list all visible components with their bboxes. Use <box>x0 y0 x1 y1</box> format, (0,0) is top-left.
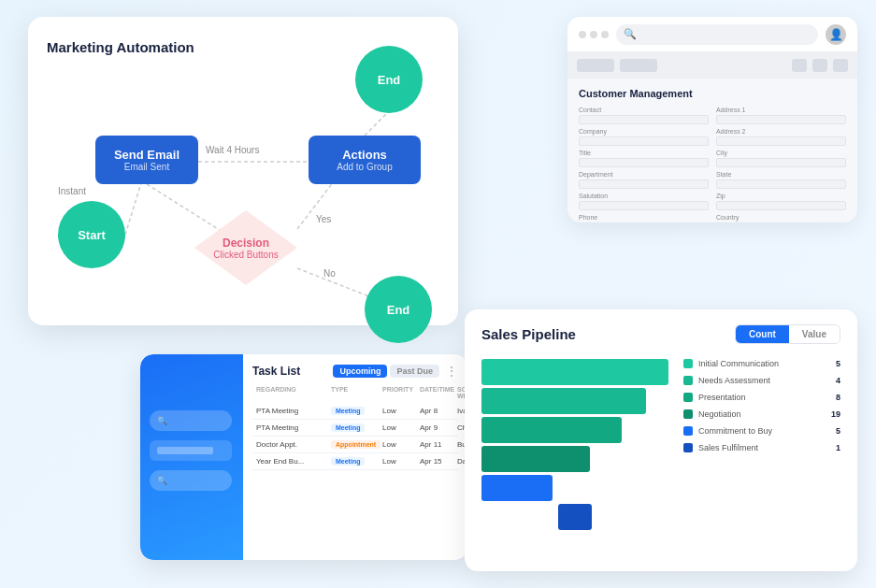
cell-type: Meeting <box>331 423 382 432</box>
sidebar-item-1[interactable] <box>150 440 232 461</box>
cell-type: Appointment <box>331 440 382 449</box>
cell-priority: Low <box>382 407 420 415</box>
tasks-menu-icon[interactable]: ⋮ <box>445 364 458 379</box>
cell-priority: Low <box>382 457 420 466</box>
tab-upcoming[interactable]: Upcoming <box>333 365 387 378</box>
crm-label-state: State <box>716 171 846 178</box>
legend-dot-5 <box>683 426 693 436</box>
funnel-chart <box>481 355 668 552</box>
funnel-bar-2 <box>481 388 646 414</box>
crm-label-phone: Phone <box>579 214 709 221</box>
funnel-bar-6 <box>558 504 592 530</box>
tasks-title: Task List <box>252 365 300 378</box>
sidebar-item-bar <box>157 447 213 454</box>
search-icon: 🔍 <box>624 28 637 40</box>
crm-input-address2[interactable] <box>716 136 846 146</box>
crm-input-title[interactable] <box>579 158 709 167</box>
crm-field-salutation: Salutation <box>579 193 709 210</box>
toolbar-btn-sm-1 <box>792 59 807 72</box>
tasks-table-header: REGARDING TYPE PRIORITY DATE/TIME SCHEDU… <box>252 384 458 401</box>
crm-input-state[interactable] <box>716 179 846 189</box>
crm-label-address2: Address 2 <box>716 128 846 135</box>
browser-search-bar[interactable]: 🔍 <box>616 24 818 45</box>
tab-pastdue[interactable]: Past Due <box>390 365 439 378</box>
crm-label-zip: Zip <box>716 193 846 199</box>
legend-dot-6 <box>683 443 693 452</box>
crm-label-address1: Address 1 <box>716 107 846 113</box>
actions-node[interactable]: Actions Add to Group <box>309 136 421 184</box>
tab-count[interactable]: Count <box>736 325 789 343</box>
pipeline-card: Sales Pipeline Count Value Initial Commu… <box>465 309 857 571</box>
tasks-card: 🔍 🔍 Task List Upcoming Past Due ⋮ <box>140 354 467 560</box>
crm-field-address1: Address 1 <box>716 107 846 124</box>
crm-input-dept[interactable] <box>579 179 709 189</box>
crm-input-salutation[interactable] <box>579 201 709 210</box>
table-row: PTA Meeting Meeting Low Apr 8 Ivan A. Sh… <box>252 403 458 420</box>
sidebar-search-2[interactable]: 🔍 <box>150 470 232 491</box>
legend-label-6: Sales Fulfilment <box>698 443 830 452</box>
toolbar-btn-2 <box>620 59 657 72</box>
cell-date: Apr 15 <box>420 457 457 466</box>
crm-field-state: State <box>716 171 846 189</box>
main-container: Marketing Automation Start <box>0 0 876 588</box>
crm-input-company[interactable] <box>579 136 709 146</box>
legend-value-1: 5 <box>836 359 840 368</box>
browser-dots <box>579 31 609 38</box>
send-email-node[interactable]: Send Email Email Sent <box>95 136 198 184</box>
cell-date: Apr 11 <box>420 440 457 449</box>
cell-regarding: PTA Meeting <box>256 407 331 415</box>
cell-priority: Low <box>382 440 420 449</box>
cell-regarding: PTA Meeting <box>256 423 331 432</box>
crm-label-dept: Department <box>579 171 709 178</box>
crm-field-dept: Department <box>579 171 709 189</box>
crm-field-address2: Address 2 <box>716 128 846 146</box>
crm-field-city: City <box>716 150 846 167</box>
funnel-bar-5 <box>481 475 553 501</box>
cell-type: Meeting <box>331 457 382 466</box>
table-row: Doctor Appt. Appointment Low Apr 11 Buck… <box>252 437 458 453</box>
start-node: Start <box>58 201 125 268</box>
col-type: TYPE <box>331 386 382 399</box>
legend-label-1: Initial Communication <box>698 359 830 368</box>
legend-label-5: Commitment to Buy <box>698 426 830 436</box>
cell-regarding: Doctor Appt. <box>256 440 331 449</box>
legend-value-6: 1 <box>836 443 840 452</box>
crm-field-zip: Zip <box>716 193 846 210</box>
crm-label-title: Title <box>579 150 709 156</box>
decision-node[interactable]: Decision Clicked Buttons <box>194 210 297 285</box>
pipeline-title: Sales Pipeline <box>481 326 576 342</box>
cell-date: Apr 8 <box>420 407 457 415</box>
legend-value-5: 5 <box>836 426 840 436</box>
automation-card: Marketing Automation Start <box>28 17 458 325</box>
crm-title: Customer Management <box>579 88 846 99</box>
crm-input-contact[interactable] <box>579 115 709 124</box>
pipeline-tabs: Count Value <box>735 324 840 344</box>
funnel-bar-3 <box>481 417 622 443</box>
pipeline-header: Sales Pipeline Count Value <box>481 324 840 344</box>
crm-input-city[interactable] <box>716 158 846 167</box>
dot-2 <box>590 31 597 38</box>
crm-field-contact: Contact <box>579 107 709 124</box>
flow-area: Start End End Send Email Email Sent Acti… <box>47 72 439 324</box>
col-datetime: DATE/TIME <box>420 386 457 399</box>
sidebar-search-icon: 🔍 <box>157 416 167 425</box>
legend-dot-4 <box>683 409 693 419</box>
user-avatar: 👤 <box>826 24 846 45</box>
legend-item-5: Commitment to Buy 5 <box>683 426 840 436</box>
crm-input-zip[interactable] <box>716 201 846 210</box>
crm-input-address1[interactable] <box>716 115 846 124</box>
tasks-sidebar: 🔍 🔍 <box>140 354 243 560</box>
crm-label-contact: Contact <box>579 107 709 113</box>
label-instant: Instant <box>58 186 86 196</box>
end-top-node: End <box>355 46 423 113</box>
pipeline-legend: Initial Communication 5 Needs Assessment… <box>683 355 840 552</box>
col-regarding: REGARDING <box>256 386 331 399</box>
tasks-main: Task List Upcoming Past Due ⋮ REGARDING … <box>243 354 467 560</box>
tab-value[interactable]: Value <box>789 325 840 343</box>
crm-card: 🔍 👤 Customer Management Contact Address … <box>567 17 857 222</box>
legend-value-3: 8 <box>836 393 840 402</box>
funnel-bar-1 <box>481 359 668 385</box>
sidebar-search[interactable]: 🔍 <box>150 410 232 431</box>
browser-bar: 🔍 👤 <box>567 17 857 52</box>
crm-field-title: Title <box>579 150 709 167</box>
